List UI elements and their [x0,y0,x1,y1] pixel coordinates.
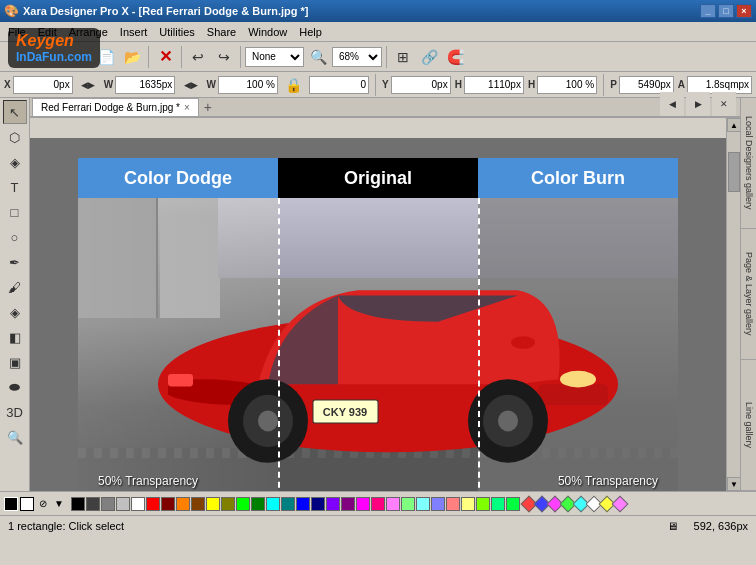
delete-button[interactable]: ✕ [153,45,177,69]
shadow-tool[interactable]: ▣ [3,350,27,374]
menu-share[interactable]: Share [201,25,242,39]
palette-menu-icon[interactable]: ▼ [52,497,66,511]
swatch-lyellow[interactable] [461,497,475,511]
main-tab[interactable]: Red Ferrari Dodge & Burn.jpg * × [32,98,199,116]
fill-color-icon[interactable] [4,497,18,511]
text-tool[interactable]: T [3,175,27,199]
pen-tool[interactable]: ✒ [3,250,27,274]
swatch-lcyan[interactable] [416,497,430,511]
vscrollbar[interactable]: ▲ ▼ [726,118,740,491]
menu-help[interactable]: Help [293,25,328,39]
swatch-dyellow[interactable] [221,497,235,511]
swatch-gray[interactable] [101,497,115,511]
brush-tool[interactable]: 🖌 [3,275,27,299]
swatch-dblue[interactable] [311,497,325,511]
swatch-dgreen[interactable] [251,497,265,511]
titlebar: 🎨 Xara Designer Pro X - [Red Ferrari Dod… [0,0,756,22]
vscroll-up[interactable]: ▲ [727,118,740,132]
swatch-black[interactable] [71,497,85,511]
swatch-mint[interactable] [506,497,520,511]
w-arrows[interactable]: ◀▶ [179,73,202,97]
swatch-pink[interactable] [371,497,385,511]
menu-utilities[interactable]: Utilities [153,25,200,39]
scale-h-input[interactable] [537,76,597,94]
nav-close[interactable]: ✕ [712,92,736,116]
magnet-button[interactable]: 🧲 [443,45,467,69]
swatch-orange[interactable] [176,497,190,511]
swatch-spring[interactable] [491,497,505,511]
swatch-yellow[interactable] [206,497,220,511]
w-input[interactable] [115,76,175,94]
lock-icon[interactable]: 🔒 [282,73,305,97]
maximize-button[interactable]: □ [718,4,734,18]
swatch-red[interactable] [146,497,160,511]
ellipse-tool[interactable]: ○ [3,225,27,249]
node-tool[interactable]: ⬡ [3,125,27,149]
swatch-lgreen[interactable] [401,497,415,511]
swatch-green[interactable] [236,497,250,511]
snap-button[interactable]: 🔗 [417,45,441,69]
line-gallery-tab[interactable]: Line gallery [741,360,756,491]
right-panels: Local Designers gallery Page & Layer gal… [740,98,756,491]
close-button[interactable]: × [736,4,752,18]
redo-button[interactable]: ↪ [212,45,236,69]
vscroll-track[interactable] [727,132,740,477]
swatch-cyan[interactable] [266,497,280,511]
no-fill-icon[interactable]: ⊘ [36,497,50,511]
y-input[interactable] [391,76,451,94]
select-tool[interactable]: ↖ [3,100,27,124]
stroke-color-icon[interactable] [20,497,34,511]
grid-button[interactable]: ⊞ [391,45,415,69]
transparency-tool[interactable]: ◧ [3,325,27,349]
swatch-chartreuse[interactable] [476,497,490,511]
swatch-lpink[interactable] [386,497,400,511]
a-input[interactable] [687,76,752,94]
canvas-area: CKY 939 [30,118,740,491]
swatch-white[interactable] [131,497,145,511]
new-tab-button[interactable]: + [199,98,217,116]
local-designers-gallery-tab[interactable]: Local Designers gallery [741,98,756,229]
canvas-content[interactable]: CKY 939 [30,138,726,491]
swatch-lred[interactable] [446,497,460,511]
blend-tool[interactable]: ⬬ [3,375,27,399]
sep4 [386,46,387,68]
h-input[interactable] [464,76,524,94]
original-label: Original [278,158,478,198]
quality-select[interactable]: None Normal High [245,47,304,67]
swatch-lgray[interactable] [116,497,130,511]
rot-input[interactable] [309,76,369,94]
contour-tool[interactable]: ◈ [3,150,27,174]
swatch-magenta[interactable] [356,497,370,511]
rectangle-tool[interactable]: □ [3,200,27,224]
nav-right[interactable]: ▶ [686,92,710,116]
x-arrows[interactable]: ◀▶ [77,73,100,97]
p-input[interactable] [619,76,674,94]
scale-w-input[interactable] [218,76,278,94]
vscroll-down[interactable]: ▼ [727,477,740,491]
tab-close[interactable]: × [184,102,190,113]
svg-point-2 [560,371,596,388]
x-input[interactable] [13,76,73,94]
swatch-blue[interactable] [296,497,310,511]
swatch-dcyan[interactable] [281,497,295,511]
zoom-tool[interactable]: 🔍 [3,425,27,449]
extrude-tool[interactable]: 3D [3,400,27,424]
swatch-lblue[interactable] [431,497,445,511]
palette-icons: ⊘ ▼ [4,497,66,511]
menu-window[interactable]: Window [242,25,293,39]
fill-tool[interactable]: ◈ [3,300,27,324]
swatch-dgray[interactable] [86,497,100,511]
nav-left[interactable]: ◀ [660,92,684,116]
swatch-dpurple[interactable] [341,497,355,511]
swatch-dred[interactable] [161,497,175,511]
page-layer-gallery-tab[interactable]: Page & Layer gallery [741,229,756,360]
minimize-button[interactable]: _ [700,4,716,18]
open-button[interactable]: 📂 [120,45,144,69]
diamond-8[interactable] [612,495,629,512]
swatch-dorange[interactable] [191,497,205,511]
vscroll-thumb[interactable] [728,152,740,192]
swatch-purple[interactable] [326,497,340,511]
zoom-select[interactable]: 68% 50% 100% [332,47,382,67]
menu-insert[interactable]: Insert [114,25,154,39]
undo-button[interactable]: ↩ [186,45,210,69]
